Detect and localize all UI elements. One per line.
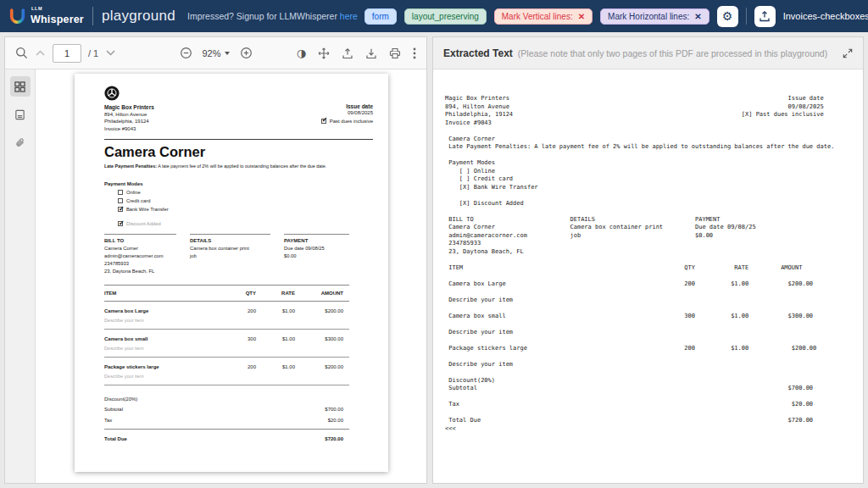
payment-title: PAYMENT [284, 238, 349, 243]
more-options-button[interactable] [413, 47, 416, 59]
totals-divider [104, 429, 349, 430]
navbar-actions: form layout_preserving Mark Vertical lin… [364, 6, 868, 27]
company-address-1: 894, Hilton Avenue [104, 111, 154, 118]
item-description: Describe your item [104, 318, 349, 323]
uploaded-filename: Invoices-checkboxes.pdf [783, 11, 868, 21]
bill-to-column: BILL TO Camera Corner admin@cameracorner… [104, 234, 176, 275]
thumbnails-view-button[interactable] [10, 76, 31, 97]
brand-llm-label: LLM [31, 7, 84, 12]
caret-down-icon [225, 52, 230, 55]
zoom-in-button[interactable] [240, 47, 253, 59]
pdf-viewer-toolbar: / 1 9 [5, 37, 426, 69]
extracted-text-panel: Extracted Text (Please note that only tw… [432, 36, 864, 484]
tax-row: Tax $20.00 [104, 418, 349, 423]
issue-date-value: 09/08/2025 [321, 109, 373, 116]
download-button[interactable] [365, 47, 377, 59]
subtotal-label: Subtotal [104, 407, 123, 412]
chevron-up-icon [35, 49, 46, 57]
signup-promo: Impressed? Signup for LLMWhisperer here [187, 11, 358, 21]
zoom-controls: 92% [179, 47, 252, 59]
zoom-level-dropdown[interactable]: 92% [202, 48, 229, 58]
pan-tool-button[interactable] [318, 47, 330, 59]
gear-icon: ⚙ [722, 10, 733, 22]
mode-badge-form[interactable]: form [364, 8, 397, 25]
late-payment-text: A late payment fee of 2% will be applied… [157, 164, 326, 169]
extracted-text-content: Magic Box Printers Issue date 894, Hilto… [433, 69, 863, 483]
details-title: DETAILS [190, 238, 270, 243]
contrast-icon: ◑ [297, 47, 306, 58]
badge-mark-horizontal-lines[interactable]: Mark Horizontal lines: ✕ [600, 8, 709, 25]
items-header-rate: RATE [256, 291, 295, 296]
brand: LLM Whisperer playground [8, 7, 175, 26]
attachments-button[interactable] [10, 132, 31, 152]
credit-card-checkbox [118, 198, 123, 203]
invoice-header: Magic Box Printers 894, Hilton Avenue Ph… [104, 86, 373, 132]
page-navigation: / 1 [15, 44, 116, 63]
pdf-page: Magic Box Printers 894, Hilton Avenue Ph… [75, 74, 388, 472]
badge-vlines-label: Mark Vertical lines: [502, 12, 573, 21]
item-description: Describe your item [104, 374, 349, 379]
search-button[interactable] [15, 47, 28, 59]
discount-added-row: Discount Added [118, 221, 373, 226]
item-qty: 200 [225, 364, 256, 369]
outline-view-button[interactable] [10, 104, 31, 125]
item-amount: $200.00 [295, 364, 349, 369]
total-due-value: $720.00 [325, 436, 349, 441]
header-divider [104, 139, 373, 140]
expand-icon [843, 48, 853, 58]
theme-toggle-button[interactable]: ◑ [297, 47, 306, 58]
expand-panel-button[interactable] [843, 48, 853, 58]
mode-badge-layout-preserving[interactable]: layout_preserving [404, 8, 487, 25]
items-table: ITEM QTY RATE AMOUNT Camera box Large 20… [104, 285, 349, 385]
settings-button[interactable]: ⚙ [717, 6, 738, 27]
top-navbar: LLM Whisperer playground Impressed? Sign… [0, 0, 868, 32]
item-rate: $1.00 [256, 308, 295, 313]
invoice-totals: Discount(20%) Subtotal $700.00 Tax $20.0… [104, 396, 349, 441]
payment-line: $0.00 [284, 252, 349, 260]
payment-mode-option: Online [118, 190, 373, 195]
search-icon [15, 47, 28, 59]
hlines-close-icon[interactable]: ✕ [694, 12, 701, 21]
extracted-text-header: Extracted Text (Please note that only tw… [433, 37, 863, 69]
item-qty: 300 [225, 336, 256, 341]
details-line: job [190, 252, 270, 260]
zoom-out-icon [179, 47, 192, 59]
zoom-out-button[interactable] [179, 47, 192, 59]
move-icon [318, 47, 330, 59]
pdf-page-area[interactable]: Magic Box Printers 894, Hilton Avenue Ph… [36, 69, 426, 483]
llmwhisperer-logo-icon [8, 8, 26, 25]
grid-icon [14, 81, 25, 92]
payment-modes-title: Payment Modes [104, 181, 373, 186]
issue-date-label: Issue date [321, 103, 373, 109]
kebab-menu-icon [413, 47, 416, 59]
item-row: Package stickers large 200 $1.00 $200.00… [104, 358, 349, 385]
discount-label: Discount(20%) [104, 396, 349, 402]
previous-page-button[interactable] [35, 49, 46, 57]
viewer-tools: ◑ [297, 47, 416, 59]
signup-here-link[interactable]: here [340, 11, 358, 21]
subtotal-value: $700.00 [325, 407, 349, 412]
signup-promo-text: Impressed? Signup for LLMWhisperer [187, 11, 337, 21]
item-name: Camera box Large [104, 308, 225, 313]
print-button[interactable] [389, 47, 401, 59]
item-row: Camera box small 300 $1.00 $300.00 Descr… [104, 330, 349, 358]
next-page-button[interactable] [105, 49, 116, 57]
badge-hlines-label: Mark Horizontal lines: [608, 12, 689, 21]
discount-added-label: Discount Added [126, 221, 161, 226]
brand-whisperer-label: Whisperer [31, 14, 84, 25]
items-header-item: ITEM [104, 291, 225, 296]
navbar-divider [746, 8, 747, 25]
upload-icon [759, 10, 771, 22]
upload-icon [342, 47, 353, 59]
page-number-input[interactable] [53, 44, 81, 63]
open-file-button[interactable] [342, 47, 353, 59]
upload-file-button[interactable] [754, 6, 776, 27]
items-header-qty: QTY [225, 291, 256, 296]
vlines-close-icon[interactable]: ✕ [578, 12, 585, 21]
brand-wordmark: LLM Whisperer [31, 7, 84, 26]
past-dues-row: Past dues inclusive [321, 119, 373, 124]
page-count-label: / 1 [88, 48, 98, 58]
details-column: DETAILS Camera box container print job [190, 234, 270, 275]
credit-card-label: Credit card [126, 198, 150, 203]
badge-mark-vertical-lines[interactable]: Mark Vertical lines: ✕ [494, 8, 593, 25]
